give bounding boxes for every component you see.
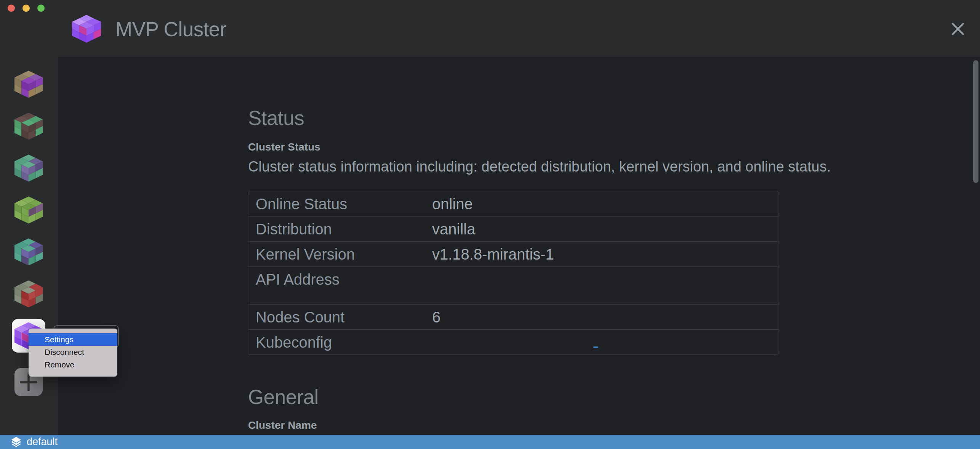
status-row-nodes-count: Nodes Count6 — [248, 305, 778, 330]
content-scrollbar-thumb[interactable] — [973, 60, 978, 183]
cluster-name-label: Cluster Name — [248, 420, 317, 431]
kubeconfig-link-dash[interactable] — [593, 346, 598, 348]
sidebar-cluster-cluster-2[interactable] — [14, 71, 43, 98]
traffic-lights — [8, 5, 45, 12]
row-label: Online Status — [256, 196, 432, 212]
status-row-online-status: Online Statusonline — [248, 191, 778, 216]
menu-item-settings[interactable]: Settings — [29, 333, 117, 346]
cluster-status-label: Cluster Status — [248, 142, 320, 152]
status-bar: default — [0, 435, 980, 449]
row-value: v1.18.8-mirantis-1 — [432, 247, 554, 262]
menu-item-disconnect[interactable]: Disconnect — [29, 346, 117, 358]
cluster-settings-content: Status Cluster Status Cluster status inf… — [58, 57, 980, 435]
status-section-heading: Status — [248, 108, 304, 128]
row-value: vanilla — [432, 221, 475, 237]
status-row-api-address: API Address — [248, 267, 778, 305]
close-traffic-light[interactable] — [8, 5, 15, 12]
sidebar-cluster-cluster-3[interactable] — [14, 112, 43, 140]
cluster-status-description: Cluster status information including: de… — [248, 159, 831, 175]
layers-icon — [10, 436, 22, 448]
cluster-status-table: Online StatusonlineDistributionvanillaKe… — [248, 191, 778, 355]
lens-app-window: MVP Cluster Status Cluster Status Cluste… — [0, 0, 980, 449]
row-label: Kernel Version — [256, 247, 432, 262]
sidebar-cluster-cluster-6[interactable] — [14, 238, 43, 266]
namespace-label[interactable]: default — [27, 437, 58, 447]
close-icon[interactable] — [950, 21, 966, 37]
page-title: MVP Cluster — [115, 19, 226, 39]
sidebar-cluster-cluster-4[interactable] — [14, 154, 43, 182]
row-value: 6 — [432, 309, 440, 325]
row-label: Kubeconfig — [256, 335, 432, 350]
status-row-kubeconfig: Kubeconfig — [248, 330, 778, 355]
general-section-heading: General — [248, 387, 319, 407]
maximize-traffic-light[interactable] — [37, 5, 45, 12]
row-label: API Address — [256, 272, 432, 287]
status-row-distribution: Distributionvanilla — [248, 216, 778, 242]
row-label: Nodes Count — [256, 309, 432, 325]
status-row-kernel-version: Kernel Versionv1.18.8-mirantis-1 — [248, 242, 778, 267]
row-value: online — [432, 196, 473, 212]
sidebar-cluster-cluster-5[interactable] — [14, 196, 43, 224]
menu-item-remove[interactable]: Remove — [29, 358, 117, 371]
cluster-context-menu: SettingsDisconnectRemove — [29, 329, 117, 377]
window-titlebar: MVP Cluster — [0, 0, 980, 57]
minimize-traffic-light[interactable] — [22, 5, 30, 12]
cluster-logo-icon — [72, 15, 101, 43]
sidebar-cluster-cluster-7[interactable] — [14, 280, 43, 308]
row-label: Distribution — [256, 221, 432, 237]
